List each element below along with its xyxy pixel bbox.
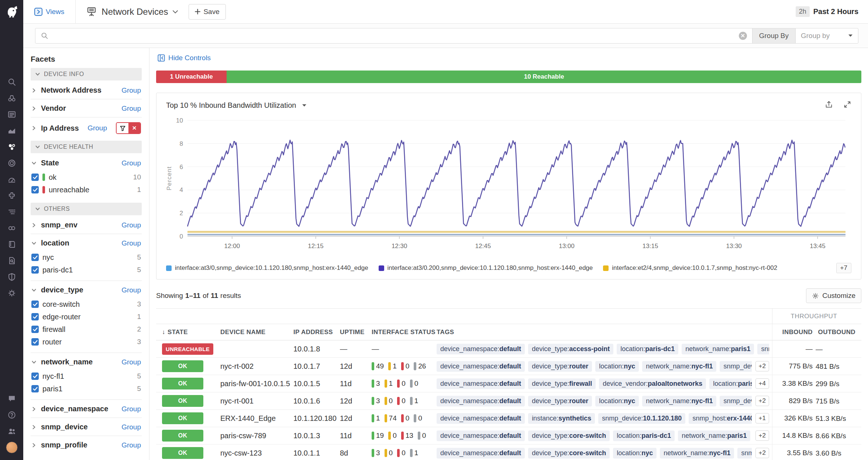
table-row-paris-csw-789[interactable]: OKparis-csw-78910.0.1.311d190130device_n… [156,427,861,444]
clear-search-button[interactable]: ✕ [734,28,752,43]
table-row-10.0.1.8[interactable]: UNREACHABLE10.0.1.8——device_namespace:de… [156,340,861,358]
column-header-state[interactable]: ↓STATE [162,329,217,336]
column-header-outbound[interactable]: OUTBOUND [816,329,855,336]
tag-pill[interactable]: location:paris-dc1 [617,344,678,354]
tag-pill[interactable]: snmp_host:erx-1440_edge [689,413,751,424]
chevron-right-icon[interactable] [31,406,37,412]
checkbox-checked[interactable] [31,385,39,392]
tag-pill[interactable]: snmp_device:10.0.1.1 [737,448,751,459]
bandwidth-line-chart[interactable]: 0246810Percent12:0012:1512:3012:4513:001… [165,114,851,259]
facet-name[interactable]: device_type [41,286,83,294]
facet-value-edge-router[interactable]: edge-router1 [31,310,141,323]
watchdog-icon[interactable] [0,90,23,106]
tag-pill[interactable]: device_type:access-point [528,344,613,354]
views-button[interactable]: Views [34,8,64,16]
more-tags-badge[interactable]: +2 [755,448,769,458]
checkbox-checked[interactable] [31,186,39,193]
search-icon[interactable] [0,74,23,90]
checkbox-checked[interactable] [31,338,39,346]
tag-pill[interactable]: device_namespace:default [437,361,525,372]
checkbox-checked[interactable] [31,373,39,380]
facet-name[interactable]: State [41,159,59,167]
tag-pill[interactable]: device_type:core-switch [528,430,610,441]
dashboards-icon[interactable] [0,106,23,123]
group-link[interactable]: Group [121,358,141,366]
integrations-icon[interactable] [0,188,23,204]
tag-pill[interactable]: location:paris-dc1 [709,378,751,389]
group-link[interactable]: Group [121,286,141,294]
facet-name[interactable]: Ip Address [41,124,79,133]
device-name[interactable]: nyc-rt-002 [220,362,290,371]
tag-pill[interactable]: location:paris-dc1 [613,430,675,441]
reachable-segment[interactable]: 10 Reachable [227,71,861,83]
checkbox-checked[interactable] [31,326,39,333]
tag-pill[interactable]: network_name:nyc-fl1 [660,448,734,459]
chat-icon[interactable] [0,391,23,407]
facet-value-core-switch[interactable]: core-switch3 [31,298,141,310]
customize-button[interactable]: Customize [806,288,861,303]
user-avatar-icon[interactable] [0,439,23,456]
notebooks-icon[interactable] [0,236,23,253]
serverless-icon[interactable] [0,285,23,301]
facet-section-device-info[interactable]: DEVICE INFO [31,68,142,80]
tag-pill[interactable]: device_type:core-switch [528,448,610,459]
more-tags-badge[interactable]: +1 [755,413,769,423]
column-header-ip-address[interactable]: IP ADDRESS [293,329,337,336]
facet-value-firewall[interactable]: firewall2 [31,323,141,336]
group-link[interactable]: Group [121,86,141,95]
tag-pill[interactable]: device_namespace:default [437,413,525,424]
table-row-paris-fw-001-10.0.1.5[interactable]: OKparis-fw-001-10.0.1.510.0.1.511d3100de… [156,375,861,392]
legend-item[interactable]: interface:at3/0,snmp_device:10.1.120.180… [166,264,368,272]
column-header-tags[interactable]: TAGS [437,329,769,336]
tag-pill[interactable]: instance:synthetics [528,413,595,424]
group-link[interactable]: Group [87,124,107,132]
facet-name[interactable]: Vendor [41,104,66,113]
legend-more-badge[interactable]: +7 [836,263,851,273]
facet-name[interactable]: snmp_profile [41,441,87,449]
help-icon[interactable] [0,407,23,423]
facet-value-paris1[interactable]: paris15 [31,382,141,395]
group-link[interactable]: Group [121,159,141,167]
chevron-right-icon[interactable] [31,443,37,448]
checkbox-checked[interactable] [31,301,39,308]
group-link[interactable]: Group [121,104,141,113]
facet-name[interactable]: snmp_device [41,423,88,431]
page-title-group[interactable]: Network Devices [86,6,178,17]
chevron-down-icon[interactable] [31,241,37,246]
device-name[interactable]: nyc-rt-001 [220,397,290,405]
tag-pill[interactable]: location:nyc [613,448,657,459]
facet-name[interactable]: network_name [41,358,93,366]
tag-pill[interactable]: device_type:router [528,361,592,372]
facet-value-ok[interactable]: ok10 [31,171,141,183]
checkbox-checked[interactable] [31,254,39,261]
facet-value-unreachable[interactable]: unreachable1 [31,183,141,196]
time-range[interactable]: 2h Past 2 Hours [796,6,858,17]
tag-pill[interactable]: network_name:nyc-fl1 [642,396,716,406]
group-link[interactable]: Group [121,239,141,247]
tag-pill[interactable]: snmp_device:10.1.120.180 [598,413,685,424]
network-monitoring-icon[interactable] [0,139,23,155]
device-name[interactable]: paris-csw-789 [220,432,290,440]
column-header-uptime[interactable]: UPTIME [340,329,369,336]
tag-pill[interactable]: device_namespace:default [437,430,525,441]
legend-item[interactable]: interface:at3/0.200,snmp_device:10.1.120… [379,264,593,272]
tag-pill[interactable]: network_name:paris1 [678,430,750,441]
more-tags-badge[interactable]: +2 [755,396,769,406]
filter-icon[interactable] [117,123,128,133]
tag-pill[interactable]: location:nyc [595,361,639,372]
legend-item[interactable]: interface:et2/4,snmp_device:10.0.1.7,snm… [603,264,777,272]
group-link[interactable]: Group [121,441,141,449]
facet-section-device-health[interactable]: DEVICE HEALTH [31,141,142,153]
column-header-device-name[interactable]: DEVICE NAME [220,329,290,336]
tag-pill[interactable]: device_namespace:default [437,344,525,354]
tag-pill[interactable]: snmp_device:10.0.1.7 [720,361,751,372]
tag-pill[interactable]: device_namespace:default [437,448,525,459]
facet-name[interactable]: device_namespace [41,405,108,413]
more-tags-badge[interactable]: +2 [755,430,769,441]
organization-icon[interactable] [0,423,23,439]
facet-section-others[interactable]: OTHERS [31,203,142,215]
tag-pill[interactable]: location:nyc [595,396,639,406]
tag-pill[interactable]: device_type:firewall [528,378,596,389]
more-tags-badge[interactable]: +2 [755,361,769,371]
ci-icon[interactable] [0,220,23,236]
